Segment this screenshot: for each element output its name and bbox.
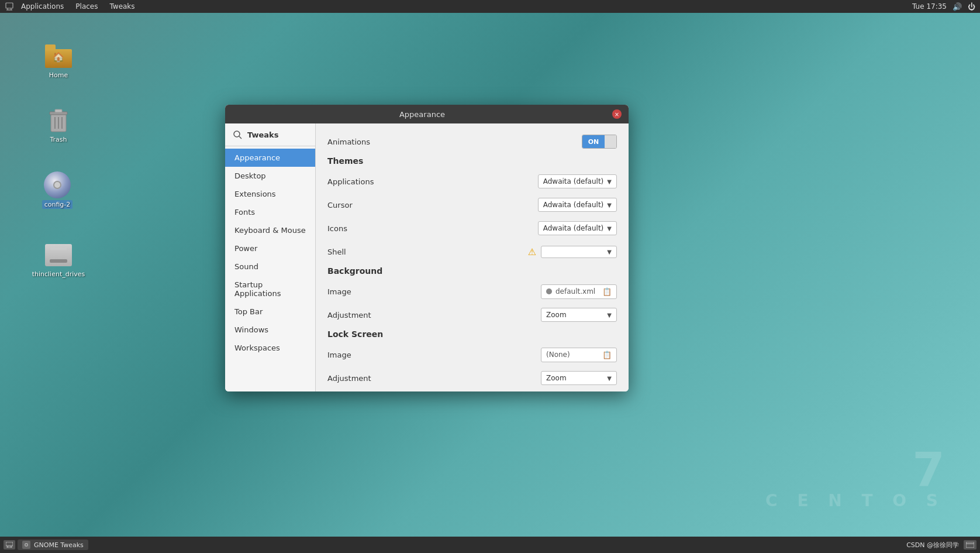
- menu-places[interactable]: Places: [71, 1, 102, 12]
- shell-dropdown-arrow: ▼: [607, 249, 612, 255]
- desktop: 🏠 Home Trash config-2: [0, 13, 980, 537]
- bg-adjustment-arrow: ▼: [607, 312, 612, 318]
- svg-point-17: [26, 544, 27, 546]
- cursor-theme-label: Cursor: [327, 201, 538, 209]
- clock: Tue 17:35: [912, 2, 947, 11]
- main-panel: Animations ON Themes Applications: [316, 123, 629, 391]
- taskbar-csdn-label: CSDN @徐徐同学: [906, 541, 959, 549]
- animations-label: Animations: [327, 138, 582, 146]
- sidebar-item-sound[interactable]: Sound: [225, 257, 315, 276]
- sidebar-item-startup-applications[interactable]: Startup Applications: [225, 276, 315, 303]
- top-bar-left: Applications Places Tweaks: [5, 1, 140, 12]
- window-close-button[interactable]: ×: [612, 109, 622, 119]
- desktop-icon-home[interactable]: 🏠 Home: [35, 42, 82, 79]
- ls-adjustment-label: Adjustment: [327, 374, 541, 383]
- lockscreen-section-header: Lock Screen: [327, 329, 617, 339]
- bg-image-control: default.xml 📋: [541, 284, 617, 299]
- sidebar-item-fonts[interactable]: Fonts: [225, 203, 315, 221]
- sidebar-item-windows[interactable]: Windows: [225, 321, 315, 339]
- desktop-icon-trash[interactable]: Trash: [35, 107, 82, 143]
- ls-image-label: Image: [327, 351, 541, 359]
- bg-image-picker[interactable]: default.xml 📋: [541, 284, 617, 299]
- applications-theme-row: Applications Adwaita (default) ▼: [327, 173, 617, 190]
- ls-image-picker[interactable]: (None) 📋: [541, 348, 617, 362]
- top-bar-menu: Applications Places Tweaks: [16, 1, 140, 12]
- sidebar-item-appearance[interactable]: Appearance: [225, 149, 315, 167]
- applications-theme-control: Adwaita (default) ▼: [538, 174, 617, 188]
- centos-watermark: 7 C E N T O S: [765, 451, 945, 507]
- animations-control: ON: [582, 135, 617, 149]
- svg-line-11: [239, 136, 241, 139]
- svg-rect-6: [55, 109, 62, 112]
- applications-theme-dropdown[interactable]: Adwaita (default) ▼: [538, 174, 617, 188]
- ls-image-value: (None): [546, 351, 599, 359]
- power-icon[interactable]: ⏻: [968, 2, 975, 11]
- taskbar-window-btn[interactable]: [964, 540, 976, 549]
- window-titlebar: Appearance ×: [225, 105, 629, 123]
- toggle-on-label: ON: [582, 135, 605, 148]
- home-label: Home: [49, 71, 68, 79]
- taskbar-desktop-btn[interactable]: [4, 540, 15, 549]
- window-content: Tweaks Appearance Desktop Extensions Fon…: [225, 123, 629, 391]
- icons-theme-dropdown[interactable]: Adwaita (default) ▼: [538, 221, 617, 235]
- svg-rect-12: [6, 542, 13, 546]
- sidebar-item-keyboard-mouse[interactable]: Keyboard & Mouse: [225, 221, 315, 239]
- shell-theme-label: Shell: [327, 248, 528, 256]
- bg-image-label: Image: [327, 287, 541, 296]
- taskbar-left: GNOME Tweaks: [4, 540, 88, 550]
- app-icon: [5, 2, 14, 11]
- sidebar-item-workspaces[interactable]: Workspaces: [225, 339, 315, 357]
- sidebar-title: Tweaks: [247, 130, 278, 139]
- applications-theme-value: Adwaita (default): [543, 177, 604, 186]
- ls-adjustment-dropdown[interactable]: Zoom ▼: [541, 371, 617, 385]
- ls-image-row: Image (None) 📋: [327, 346, 617, 363]
- bg-adjustment-row: Adjustment Zoom ▼: [327, 306, 617, 324]
- ls-image-control: (None) 📋: [541, 348, 617, 362]
- sidebar: Tweaks Appearance Desktop Extensions Fon…: [225, 123, 316, 391]
- taskbar: GNOME Tweaks CSDN @徐徐同学: [0, 537, 980, 553]
- background-section-header: Background: [327, 266, 617, 276]
- top-bar: Applications Places Tweaks Tue 17:35 🔊 ⏻: [0, 0, 980, 13]
- sidebar-nav: Appearance Desktop Extensions Fonts Keyb…: [225, 146, 315, 391]
- cursor-theme-dropdown[interactable]: Adwaita (default) ▼: [538, 198, 617, 212]
- svg-rect-18: [966, 542, 974, 548]
- warning-icon: ⚠: [528, 246, 536, 257]
- volume-icon[interactable]: 🔊: [953, 2, 962, 11]
- svg-point-10: [234, 131, 240, 137]
- bg-adjustment-dropdown[interactable]: Zoom ▼: [541, 308, 617, 322]
- bg-image-folder-icon: 📋: [602, 287, 612, 296]
- window-title: Appearance: [232, 110, 612, 119]
- animations-toggle[interactable]: ON: [582, 135, 617, 149]
- menu-tweaks[interactable]: Tweaks: [105, 1, 139, 12]
- trash-icon: [44, 107, 73, 135]
- bg-adjustment-label: Adjustment: [327, 311, 541, 320]
- sidebar-item-top-bar[interactable]: Top Bar: [225, 303, 315, 321]
- applications-theme-label: Applications: [327, 177, 538, 186]
- sidebar-item-power[interactable]: Power: [225, 239, 315, 257]
- icons-theme-value: Adwaita (default): [543, 224, 604, 232]
- desktop-icon-config2[interactable]: config-2: [34, 171, 81, 209]
- icons-theme-label: Icons: [327, 224, 538, 233]
- svg-rect-0: [6, 3, 13, 8]
- config2-label: config-2: [42, 200, 73, 209]
- sidebar-item-desktop[interactable]: Desktop: [225, 167, 315, 185]
- drive-icon: [44, 241, 73, 269]
- icons-theme-row: Icons Adwaita (default) ▼: [327, 219, 617, 237]
- bg-image-dot: [546, 288, 552, 294]
- menu-applications[interactable]: Applications: [16, 1, 68, 12]
- cursor-theme-control: Adwaita (default) ▼: [538, 198, 617, 212]
- search-button[interactable]: [231, 128, 244, 141]
- ls-adjustment-row: Adjustment Zoom ▼: [327, 369, 617, 387]
- top-bar-right: Tue 17:35 🔊 ⏻: [912, 2, 975, 11]
- sidebar-item-extensions[interactable]: Extensions: [225, 185, 315, 203]
- ls-image-folder-icon: 📋: [602, 351, 612, 359]
- cursor-theme-row: Cursor Adwaita (default) ▼: [327, 196, 617, 214]
- bg-adjustment-value: Zoom: [546, 311, 567, 319]
- desktop-icon-thinclients[interactable]: thinclient_drives: [35, 241, 82, 278]
- icons-theme-control: Adwaita (default) ▼: [538, 221, 617, 235]
- animations-row: Animations ON: [327, 133, 617, 150]
- gnome-tweaks-label: GNOME Tweaks: [34, 541, 84, 549]
- cursor-dropdown-arrow: ▼: [607, 202, 612, 208]
- shell-theme-dropdown[interactable]: ▼: [541, 246, 617, 258]
- taskbar-gnome-tweaks[interactable]: GNOME Tweaks: [18, 540, 88, 550]
